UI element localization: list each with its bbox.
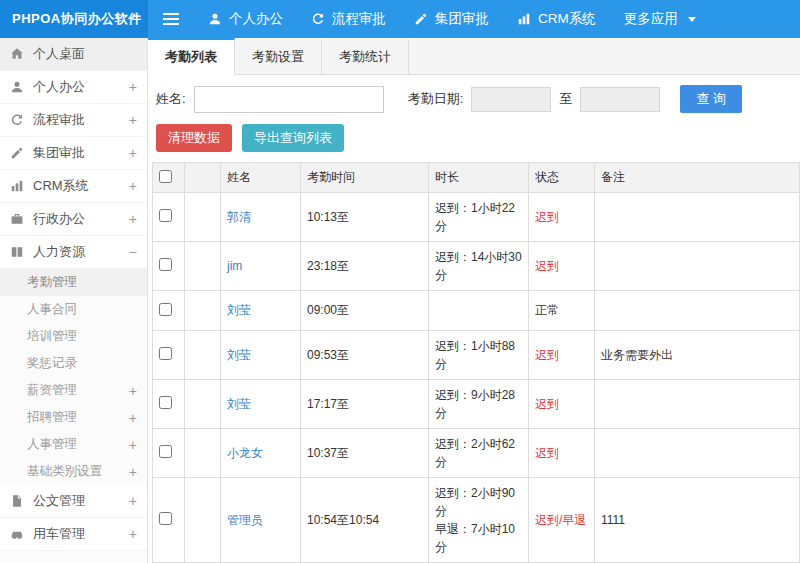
status-cell: 正常 bbox=[529, 291, 595, 331]
date-start-input[interactable] bbox=[471, 87, 551, 112]
sidebar-subitem-reward-punishment[interactable]: 奖惩记录 bbox=[0, 350, 147, 377]
sidebar-subitem-recruitment-management[interactable]: 招聘管理+ bbox=[0, 404, 147, 431]
topnav-item-label: CRM系统 bbox=[538, 10, 596, 28]
column-header: 考勤时间 bbox=[301, 163, 429, 193]
sidebar-subitem-label: 人事合同 bbox=[27, 301, 77, 318]
expand-plus-icon[interactable]: + bbox=[129, 179, 137, 193]
employee-name-link[interactable]: 郭清 bbox=[227, 210, 251, 224]
sidebar-subitem-label: 奖惩记录 bbox=[27, 355, 77, 372]
sidebar-subitem-attendance-management[interactable]: 考勤管理 bbox=[0, 269, 147, 296]
row-blank-cell bbox=[185, 478, 221, 563]
topnav-item-crm-system[interactable]: CRM系统 bbox=[503, 0, 610, 38]
employee-name-link[interactable]: 刘莹 bbox=[227, 303, 251, 317]
note-cell: 1111 bbox=[595, 478, 800, 563]
row-blank-cell bbox=[185, 331, 221, 380]
expand-plus-icon[interactable]: + bbox=[129, 527, 137, 541]
search-button[interactable]: 查 询 bbox=[680, 85, 742, 113]
sidebar-item-admin-office[interactable]: 行政办公+ bbox=[0, 203, 147, 236]
caret-down-icon bbox=[688, 17, 696, 22]
column-header: 时长 bbox=[429, 163, 529, 193]
sidebar-subitem-label: 薪资管理 bbox=[27, 382, 77, 399]
expand-plus-icon[interactable]: + bbox=[129, 80, 137, 94]
employee-name-link[interactable]: 管理员 bbox=[227, 513, 263, 527]
sidebar-subitem-label: 招聘管理 bbox=[27, 409, 77, 426]
sidebar-item-workflow-approval[interactable]: 流程审批+ bbox=[0, 104, 147, 137]
clean-data-button[interactable]: 清理数据 bbox=[156, 124, 232, 152]
action-bar: 清理数据 导出查询列表 bbox=[148, 122, 800, 162]
name-cell: 刘莹 bbox=[221, 291, 301, 331]
sidebar-item-human-resources[interactable]: 人力资源− bbox=[0, 236, 147, 269]
expand-plus-icon[interactable]: + bbox=[129, 411, 137, 425]
sidebar-item-vehicle-management[interactable]: 用车管理+ bbox=[0, 518, 147, 551]
date-to-label: 至 bbox=[559, 90, 572, 108]
expand-plus-icon[interactable]: + bbox=[129, 494, 137, 508]
tab-attendance-stats[interactable]: 考勤统计 bbox=[322, 38, 409, 74]
name-filter-input[interactable] bbox=[194, 86, 384, 113]
sidebar-subitem-salary-management[interactable]: 薪资管理+ bbox=[0, 377, 147, 404]
name-cell: jim bbox=[221, 242, 301, 291]
row-checkbox[interactable] bbox=[159, 347, 172, 360]
column-header: 状态 bbox=[529, 163, 595, 193]
row-checkbox[interactable] bbox=[159, 258, 172, 271]
tab-attendance-list[interactable]: 考勤列表 bbox=[148, 38, 235, 75]
status-cell: 迟到/早退 bbox=[529, 478, 595, 563]
sidebar-item-document-management[interactable]: 公文管理+ bbox=[0, 485, 147, 518]
user-icon bbox=[208, 12, 222, 26]
time-cell: 23:18至 bbox=[301, 242, 429, 291]
topnav-item-more-apps[interactable]: 更多应用 bbox=[610, 0, 710, 38]
tab-attendance-settings[interactable]: 考勤设置 bbox=[235, 38, 322, 74]
expand-plus-icon[interactable]: + bbox=[129, 465, 137, 479]
time-cell: 10:54至10:54 bbox=[301, 478, 429, 563]
header-blank-cell bbox=[185, 163, 221, 193]
row-checkbox[interactable] bbox=[159, 396, 172, 409]
sidebar-subitem-training-management[interactable]: 培训管理 bbox=[0, 323, 147, 350]
row-blank-cell bbox=[185, 291, 221, 331]
name-filter-label: 姓名: bbox=[156, 90, 186, 108]
name-cell: 管理员 bbox=[221, 478, 301, 563]
topnav-item-label: 集团审批 bbox=[435, 10, 489, 28]
sidebar-item-personal-desktop[interactable]: 个人桌面 bbox=[0, 38, 147, 71]
expand-plus-icon[interactable]: + bbox=[129, 384, 137, 398]
expand-plus-icon[interactable]: + bbox=[129, 113, 137, 127]
sidebar-subitem-label: 考勤管理 bbox=[27, 274, 77, 291]
select-all-checkbox[interactable] bbox=[159, 170, 172, 183]
tab-bar: 考勤列表考勤设置考勤统计 bbox=[148, 38, 800, 75]
table-row: 管理员10:54至10:54迟到：2小时90分 早退：7小时10分迟到/早退11… bbox=[153, 478, 800, 563]
employee-name-link[interactable]: 小龙女 bbox=[227, 446, 263, 460]
collapse-minus-icon[interactable]: − bbox=[129, 245, 137, 259]
sidebar-item-group-approval[interactable]: 集团审批+ bbox=[0, 137, 147, 170]
table-row: jim23:18至迟到：14小时30分迟到 bbox=[153, 242, 800, 291]
topnav-item-label: 个人办公 bbox=[229, 10, 283, 28]
date-end-input[interactable] bbox=[580, 87, 660, 112]
doc-icon bbox=[10, 494, 24, 508]
date-filter-label: 考勤日期: bbox=[408, 90, 464, 108]
row-checkbox[interactable] bbox=[159, 209, 172, 222]
sidebar-subitem-base-category-settings[interactable]: 基础类别设置+ bbox=[0, 458, 147, 485]
employee-name-link[interactable]: 刘莹 bbox=[227, 348, 251, 362]
name-cell: 郭清 bbox=[221, 193, 301, 242]
expand-plus-icon[interactable]: + bbox=[129, 438, 137, 452]
sidebar-item-label: 人力资源 bbox=[33, 243, 85, 261]
menu-toggle-icon[interactable] bbox=[148, 0, 194, 38]
row-checkbox[interactable] bbox=[159, 512, 172, 525]
topnav-item-personal-office[interactable]: 个人办公 bbox=[194, 0, 297, 38]
expand-plus-icon[interactable]: + bbox=[129, 146, 137, 160]
row-checkbox[interactable] bbox=[159, 303, 172, 316]
expand-plus-icon[interactable]: + bbox=[129, 212, 137, 226]
employee-name-link[interactable]: 刘莹 bbox=[227, 397, 251, 411]
attendance-table: 姓名考勤时间时长状态备注 郭清10:13至迟到：1小时22分迟到jim23:18… bbox=[152, 162, 800, 563]
sidebar-subitem-personnel-management[interactable]: 人事管理+ bbox=[0, 431, 147, 458]
row-checkbox[interactable] bbox=[159, 445, 172, 458]
sidebar-subitem-hr-contract[interactable]: 人事合同 bbox=[0, 296, 147, 323]
export-list-button[interactable]: 导出查询列表 bbox=[242, 124, 344, 152]
employee-name-link[interactable]: jim bbox=[227, 259, 242, 273]
topnav-item-group-approval[interactable]: 集团审批 bbox=[400, 0, 503, 38]
sidebar-item-crm-system[interactable]: CRM系统+ bbox=[0, 170, 147, 203]
sidebar-subitem-label: 培训管理 bbox=[27, 328, 77, 345]
sidebar-item-personal-office[interactable]: 个人办公+ bbox=[0, 71, 147, 104]
table-body: 郭清10:13至迟到：1小时22分迟到jim23:18至迟到：14小时30分迟到… bbox=[153, 193, 800, 563]
sidebar-item-label: 流程审批 bbox=[33, 111, 85, 129]
sidebar-item-label: 集团审批 bbox=[33, 144, 85, 162]
sidebar-item-label: 公文管理 bbox=[33, 492, 85, 510]
topnav-item-workflow-approval[interactable]: 流程审批 bbox=[297, 0, 400, 38]
